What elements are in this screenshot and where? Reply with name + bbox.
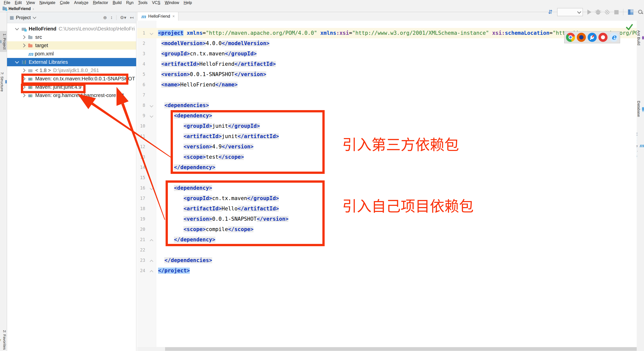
maven-sync-icon[interactable]: ⇵ (548, 9, 553, 15)
navigation-bar: HelloFriend › (0, 6, 644, 12)
close-icon[interactable]: × (172, 14, 175, 19)
tree-row-6[interactable]: Maven: cn.tx.maven:Hello:0.0.1-SNAPSHOT (7, 75, 136, 83)
token-tag: </dependency> (174, 164, 215, 170)
breadcrumb[interactable]: HelloFriend (9, 7, 31, 11)
menu-refactor[interactable]: Refactor (91, 1, 110, 5)
chevron-right-icon[interactable] (22, 35, 26, 39)
menu-window[interactable]: Window (163, 1, 181, 5)
stop-icon[interactable] (614, 10, 619, 14)
fold-down-icon[interactable] (150, 114, 153, 118)
menu-navigate[interactable]: Navigate (37, 1, 58, 5)
tree-row-4[interactable]: External Libraries (7, 58, 136, 66)
horizontal-scrollbar-thumb[interactable] (165, 347, 637, 351)
token-text: 0.0.1-SNAPSHOT (190, 71, 234, 77)
maven-icon: m (639, 144, 644, 148)
line-number: 8 (138, 100, 145, 111)
chevron-right-icon[interactable] (22, 44, 26, 48)
chevron-right-icon[interactable] (22, 77, 26, 81)
fold-up-icon[interactable] (150, 270, 153, 274)
chevron-down-icon[interactable] (15, 60, 19, 64)
token-tag: </scope> (218, 154, 244, 160)
editor-tab-hellofriend[interactable]: m HelloFriend × (137, 12, 178, 21)
sidebar-tab-project[interactable]: 1: Project (0, 31, 7, 52)
tree-row-8[interactable]: Maven: org.hamcrest:hamcrest-core:1.1 (7, 91, 136, 100)
debug-icon[interactable] (596, 10, 600, 15)
menu-view[interactable]: View (24, 1, 37, 5)
token-text: 0.0.1-SNAPSHOT (212, 216, 257, 222)
opera-browser-icon[interactable] (598, 33, 608, 42)
fold-down-icon[interactable] (150, 104, 153, 107)
sidebar-tab-database[interactable]: Database (637, 101, 644, 117)
settings-gear-icon[interactable]: ⚙▾ (120, 15, 126, 20)
menu-vcs[interactable]: VCS (150, 1, 163, 5)
line-number: 16 (138, 183, 145, 193)
sidebar-tab-structure[interactable]: 7: Structure (0, 72, 7, 92)
project-panel-header: ▦ Project ⊕ ↕ ⚙▾ ↤ (7, 12, 136, 23)
hide-panel-icon[interactable]: ↤ (130, 15, 134, 20)
fold-up-icon[interactable] (150, 260, 153, 263)
tree-item-label: External Libraries (29, 59, 68, 65)
code-line-20: 20<scope>compile</scope> (137, 224, 637, 235)
token-text: compile (206, 226, 228, 232)
sidebar-tab-favorites[interactable]: 2: Favorites ★ (0, 330, 7, 350)
maven-icon (27, 52, 32, 56)
tree-row-5[interactable]: < 1.8 >D:\java\jdk1.8.0_261 (7, 66, 136, 75)
tree-row-2[interactable]: target (7, 41, 136, 50)
menu-run[interactable]: Run (124, 1, 136, 5)
code-text: <scope>compile</scope> (158, 224, 253, 235)
project-icon (0, 40, 2, 43)
search-icon[interactable] (638, 10, 643, 15)
token-tag: <groupId> (183, 195, 212, 201)
menu-code[interactable]: Code (58, 1, 72, 5)
locate-icon[interactable]: ⊕ (103, 15, 107, 20)
safari-browser-icon[interactable] (588, 33, 597, 42)
sidebar-tab-ant-build[interactable]: Ant Build (637, 30, 644, 45)
token-tag: </name> (215, 82, 238, 88)
menu-file[interactable]: File (2, 1, 13, 5)
token-tag: </version> (222, 144, 253, 150)
ie-browser-icon[interactable]: e (609, 33, 618, 42)
menu-build[interactable]: Build (110, 1, 124, 5)
collapse-all-icon[interactable]: ↕ (110, 15, 113, 20)
token-tag: <groupId> (183, 123, 212, 129)
tree-item-label: < 1.8 > (35, 68, 51, 73)
menu-help[interactable]: Help (181, 1, 194, 5)
token-attr: xmlns (320, 30, 336, 36)
code-text: </dependencies> (158, 255, 212, 266)
chevron-right-icon[interactable] (22, 85, 26, 89)
run-icon[interactable] (587, 10, 591, 15)
token-text: test (206, 154, 219, 160)
chevron-right-icon[interactable] (22, 69, 26, 73)
window-grid-icon[interactable] (628, 9, 633, 15)
code-editor[interactable]: 1<project xmlns="http://maven.apache.org… (137, 21, 637, 351)
token-tag: <version> (183, 216, 212, 222)
inspection-ok-icon[interactable] (626, 24, 633, 32)
token-plain: = (349, 30, 352, 36)
token-tag: <groupId> (161, 51, 190, 57)
menu-tools[interactable]: Tools (136, 1, 150, 5)
tree-row-0[interactable]: HelloFriendC:\Users\Lenovo\Desktop\Hello… (7, 25, 136, 33)
sidebar-tab-maven-projects[interactable]: m Maven Projects (637, 133, 644, 158)
fold-down-icon[interactable] (150, 186, 153, 190)
chevron-down-icon[interactable] (33, 15, 36, 19)
menu-edit[interactable]: Edit (13, 1, 24, 5)
chrome-browser-icon[interactable] (566, 33, 575, 42)
run-configuration-select[interactable] (557, 8, 583, 16)
profiler-icon[interactable] (605, 10, 610, 15)
firefox-browser-icon[interactable] (577, 33, 586, 42)
token-tag: </groupId> (225, 51, 257, 57)
chevron-right-icon[interactable] (22, 93, 26, 98)
tree-row-1[interactable]: src (7, 33, 136, 41)
tree-row-3[interactable]: pom.xml (7, 50, 136, 58)
token-text: cn.tx.maven (212, 195, 247, 201)
code-line-1: 1<project xmlns="http://maven.apache.org… (137, 28, 637, 38)
project-folder-icon (3, 7, 7, 10)
fold-down-icon[interactable] (150, 31, 153, 35)
fold-up-icon[interactable] (150, 239, 153, 243)
code-text: <groupId>cn.tx.maven</groupId> (158, 49, 257, 59)
chevron-down-icon[interactable] (15, 26, 19, 30)
line-number: 15 (138, 173, 145, 183)
tree-row-7[interactable]: Maven: junit:junit:4.9 (7, 83, 136, 91)
ide-window: FileEditViewNavigateCodeAnalyzeRefactorB… (0, 0, 644, 351)
menu-analyze[interactable]: Analyze (72, 1, 91, 5)
